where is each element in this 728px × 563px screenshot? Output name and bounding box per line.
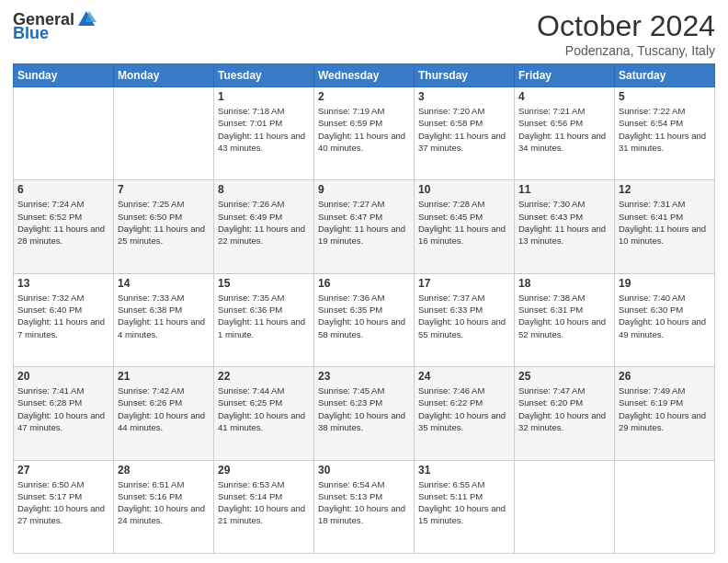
day-number: 20 xyxy=(17,370,109,383)
day-number: 12 xyxy=(619,183,711,196)
day-info: Sunrise: 7:45 AM Sunset: 6:23 PM Dayligh… xyxy=(318,385,410,433)
logo-icon xyxy=(76,9,97,29)
calendar-day-header: Tuesday xyxy=(214,64,314,87)
calendar-cell: 31Sunrise: 6:55 AM Sunset: 5:11 PM Dayli… xyxy=(415,460,515,553)
header-right: October 2024 Podenzana, Tuscany, Italy xyxy=(537,9,715,58)
calendar-cell xyxy=(114,87,214,180)
calendar-cell: 6Sunrise: 7:24 AM Sunset: 6:52 PM Daylig… xyxy=(14,180,114,273)
day-number: 6 xyxy=(17,183,109,196)
day-number: 17 xyxy=(418,277,510,290)
calendar-cell: 7Sunrise: 7:25 AM Sunset: 6:50 PM Daylig… xyxy=(114,180,214,273)
calendar-header-row: SundayMondayTuesdayWednesdayThursdayFrid… xyxy=(14,64,715,87)
calendar-cell: 26Sunrise: 7:49 AM Sunset: 6:19 PM Dayli… xyxy=(615,367,715,460)
day-info: Sunrise: 7:27 AM Sunset: 6:47 PM Dayligh… xyxy=(318,198,410,247)
day-info: Sunrise: 7:40 AM Sunset: 6:30 PM Dayligh… xyxy=(619,292,711,340)
calendar-day-header: Saturday xyxy=(615,64,715,87)
day-number: 25 xyxy=(518,370,610,383)
day-info: Sunrise: 7:38 AM Sunset: 6:31 PM Dayligh… xyxy=(518,292,610,340)
calendar-table: SundayMondayTuesdayWednesdayThursdayFrid… xyxy=(13,63,715,554)
day-info: Sunrise: 7:22 AM Sunset: 6:54 PM Dayligh… xyxy=(619,105,711,154)
day-number: 19 xyxy=(619,277,711,290)
day-number: 24 xyxy=(418,370,510,383)
calendar-cell: 22Sunrise: 7:44 AM Sunset: 6:25 PM Dayli… xyxy=(214,367,314,460)
day-info: Sunrise: 7:19 AM Sunset: 6:59 PM Dayligh… xyxy=(318,105,410,154)
calendar-cell xyxy=(14,87,114,180)
day-info: Sunrise: 6:53 AM Sunset: 5:14 PM Dayligh… xyxy=(218,478,310,527)
month-title: October 2024 xyxy=(537,9,715,43)
day-number: 9 xyxy=(318,183,410,196)
calendar-cell: 15Sunrise: 7:35 AM Sunset: 6:36 PM Dayli… xyxy=(214,273,314,366)
calendar-cell: 25Sunrise: 7:47 AM Sunset: 6:20 PM Dayli… xyxy=(515,367,615,460)
day-info: Sunrise: 7:44 AM Sunset: 6:25 PM Dayligh… xyxy=(218,385,310,433)
calendar-cell: 21Sunrise: 7:42 AM Sunset: 6:26 PM Dayli… xyxy=(114,367,214,460)
day-number: 8 xyxy=(218,183,310,196)
day-info: Sunrise: 7:41 AM Sunset: 6:28 PM Dayligh… xyxy=(17,385,109,433)
day-number: 5 xyxy=(619,90,711,103)
day-number: 27 xyxy=(17,464,109,477)
calendar-cell: 23Sunrise: 7:45 AM Sunset: 6:23 PM Dayli… xyxy=(314,367,415,460)
day-info: Sunrise: 7:36 AM Sunset: 6:35 PM Dayligh… xyxy=(318,292,410,340)
calendar-cell: 24Sunrise: 7:46 AM Sunset: 6:22 PM Dayli… xyxy=(415,367,515,460)
calendar-cell: 30Sunrise: 6:54 AM Sunset: 5:13 PM Dayli… xyxy=(314,460,415,553)
calendar-week-row: 1Sunrise: 7:18 AM Sunset: 7:01 PM Daylig… xyxy=(14,87,715,180)
day-info: Sunrise: 7:25 AM Sunset: 6:50 PM Dayligh… xyxy=(118,198,210,247)
calendar-cell: 28Sunrise: 6:51 AM Sunset: 5:16 PM Dayli… xyxy=(114,460,214,553)
day-info: Sunrise: 7:33 AM Sunset: 6:38 PM Dayligh… xyxy=(118,292,210,340)
day-number: 21 xyxy=(118,370,210,383)
day-number: 1 xyxy=(218,90,310,103)
day-info: Sunrise: 7:49 AM Sunset: 6:19 PM Dayligh… xyxy=(619,385,711,433)
logo: General Blue xyxy=(13,9,97,43)
day-number: 14 xyxy=(118,277,210,290)
header: General Blue October 2024 Podenzana, Tus… xyxy=(13,9,715,58)
calendar-day-header: Sunday xyxy=(14,64,114,87)
day-info: Sunrise: 7:21 AM Sunset: 6:56 PM Dayligh… xyxy=(518,105,610,154)
day-info: Sunrise: 6:51 AM Sunset: 5:16 PM Dayligh… xyxy=(118,478,210,527)
calendar-cell: 16Sunrise: 7:36 AM Sunset: 6:35 PM Dayli… xyxy=(314,273,415,366)
day-info: Sunrise: 7:35 AM Sunset: 6:36 PM Dayligh… xyxy=(218,292,310,340)
calendar-cell: 12Sunrise: 7:31 AM Sunset: 6:41 PM Dayli… xyxy=(615,180,715,273)
day-number: 4 xyxy=(518,90,610,103)
calendar-cell: 17Sunrise: 7:37 AM Sunset: 6:33 PM Dayli… xyxy=(415,273,515,366)
day-number: 28 xyxy=(118,464,210,477)
calendar-week-row: 13Sunrise: 7:32 AM Sunset: 6:40 PM Dayli… xyxy=(14,273,715,366)
day-number: 3 xyxy=(418,90,510,103)
calendar-day-header: Thursday xyxy=(415,64,515,87)
calendar-cell: 18Sunrise: 7:38 AM Sunset: 6:31 PM Dayli… xyxy=(515,273,615,366)
day-info: Sunrise: 7:42 AM Sunset: 6:26 PM Dayligh… xyxy=(118,385,210,433)
day-number: 29 xyxy=(218,464,310,477)
calendar-day-header: Monday xyxy=(114,64,214,87)
day-number: 7 xyxy=(118,183,210,196)
calendar-cell: 4Sunrise: 7:21 AM Sunset: 6:56 PM Daylig… xyxy=(515,87,615,180)
day-number: 10 xyxy=(418,183,510,196)
day-number: 2 xyxy=(318,90,410,103)
page: General Blue October 2024 Podenzana, Tus… xyxy=(0,0,728,563)
day-info: Sunrise: 7:24 AM Sunset: 6:52 PM Dayligh… xyxy=(17,198,109,247)
calendar-cell xyxy=(515,460,615,553)
day-info: Sunrise: 6:54 AM Sunset: 5:13 PM Dayligh… xyxy=(318,478,410,527)
location: Podenzana, Tuscany, Italy xyxy=(537,43,715,58)
day-number: 13 xyxy=(17,277,109,290)
calendar-week-row: 6Sunrise: 7:24 AM Sunset: 6:52 PM Daylig… xyxy=(14,180,715,273)
calendar-cell: 2Sunrise: 7:19 AM Sunset: 6:59 PM Daylig… xyxy=(314,87,415,180)
calendar-cell: 27Sunrise: 6:50 AM Sunset: 5:17 PM Dayli… xyxy=(14,460,114,553)
day-number: 18 xyxy=(518,277,610,290)
day-info: Sunrise: 7:18 AM Sunset: 7:01 PM Dayligh… xyxy=(218,105,310,154)
calendar-cell: 29Sunrise: 6:53 AM Sunset: 5:14 PM Dayli… xyxy=(214,460,314,553)
calendar-cell: 5Sunrise: 7:22 AM Sunset: 6:54 PM Daylig… xyxy=(615,87,715,180)
day-number: 22 xyxy=(218,370,310,383)
day-info: Sunrise: 7:26 AM Sunset: 6:49 PM Dayligh… xyxy=(218,198,310,247)
day-info: Sunrise: 6:50 AM Sunset: 5:17 PM Dayligh… xyxy=(17,478,109,527)
calendar-cell: 10Sunrise: 7:28 AM Sunset: 6:45 PM Dayli… xyxy=(415,180,515,273)
day-number: 11 xyxy=(518,183,610,196)
day-info: Sunrise: 7:32 AM Sunset: 6:40 PM Dayligh… xyxy=(17,292,109,340)
calendar-cell: 13Sunrise: 7:32 AM Sunset: 6:40 PM Dayli… xyxy=(14,273,114,366)
day-number: 23 xyxy=(318,370,410,383)
day-number: 15 xyxy=(218,277,310,290)
calendar-cell: 8Sunrise: 7:26 AM Sunset: 6:49 PM Daylig… xyxy=(214,180,314,273)
day-info: Sunrise: 7:30 AM Sunset: 6:43 PM Dayligh… xyxy=(518,198,610,247)
calendar-cell: 9Sunrise: 7:27 AM Sunset: 6:47 PM Daylig… xyxy=(314,180,415,273)
calendar-day-header: Wednesday xyxy=(314,64,415,87)
calendar-week-row: 27Sunrise: 6:50 AM Sunset: 5:17 PM Dayli… xyxy=(14,460,715,553)
day-number: 30 xyxy=(318,464,410,477)
calendar-cell: 11Sunrise: 7:30 AM Sunset: 6:43 PM Dayli… xyxy=(515,180,615,273)
